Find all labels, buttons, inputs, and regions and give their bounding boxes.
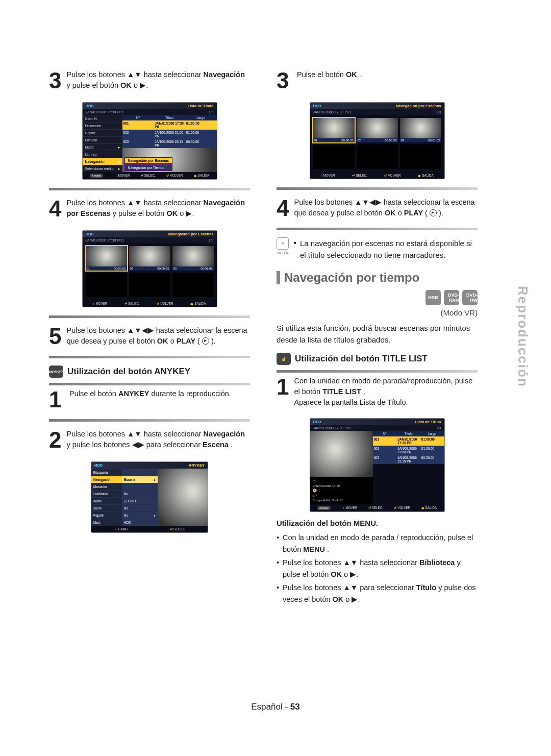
- anykey-badge: Anykey: [90, 174, 103, 178]
- t: Pulse los botones ▲▼ hasta seleccionar: [66, 199, 203, 207]
- t: 1/3: [436, 426, 441, 430]
- td: 001: [373, 436, 397, 446]
- t: PLAY: [404, 209, 423, 217]
- td: 01:00:00: [185, 120, 217, 130]
- n: 01: [87, 267, 90, 270]
- t: HDD: [313, 420, 321, 424]
- f: SALIDA: [425, 506, 437, 509]
- scene-cell: 0100:00:05: [313, 118, 355, 142]
- intro-text: Si utiliza esta función, podrá buscar es…: [277, 322, 478, 346]
- step-number: 1: [49, 388, 64, 411]
- th: Largo: [420, 431, 444, 436]
- th: Nº: [122, 115, 154, 120]
- td: 002: [122, 130, 154, 139]
- step-number: 2: [49, 429, 61, 451]
- scene-cell: 0200:00:35: [357, 118, 398, 142]
- td: JAN/02/2006 21:00 PR: [396, 446, 420, 455]
- step-number: 5: [49, 325, 61, 348]
- td: JAN/03/2006 23:15 PR: [154, 139, 185, 148]
- t: o ▶.: [344, 570, 358, 578]
- bar-icon: [277, 271, 280, 284]
- f: VOLVER: [160, 302, 173, 305]
- play-icon: [202, 337, 209, 345]
- t: ANYKEY: [189, 463, 205, 468]
- osd-anykey-overlay: HDD ANYKEY Búsqueda NavegaciónEscena ▸ M…: [91, 461, 208, 533]
- t: Marcador: [91, 483, 122, 490]
- t: o ▶.: [134, 81, 148, 89]
- t: No: [122, 504, 158, 511]
- t: HDD: [86, 232, 94, 236]
- t: Lista de Título: [415, 420, 441, 424]
- scene-cell: 0100:00:05: [86, 246, 127, 271]
- anykey-icon: ANYKEY: [49, 365, 63, 378]
- t: Utilización del botón ANYKEY: [67, 367, 190, 377]
- note-box: ✎ NOTA La navegación por escenas no esta…: [277, 237, 478, 261]
- anykey-badge: Anykey: [317, 506, 331, 510]
- scene-cell: [400, 144, 441, 169]
- anykey-step-1: 1 Pulse el botón ANYKEY durante la repro…: [49, 388, 250, 411]
- t: y pulse el botón: [113, 209, 167, 217]
- th: Título: [396, 431, 420, 436]
- scene-cell: 0300:01:05: [400, 118, 441, 142]
- td: JAN/01/2006 17:30 PR: [154, 120, 185, 130]
- t: Pulse los botones ▲▼ hasta seleccionar: [283, 558, 419, 567]
- td: 003: [122, 139, 154, 148]
- t: Zoom: [91, 504, 122, 511]
- scene-cell: [172, 273, 214, 297]
- td: 001: [122, 120, 154, 130]
- td: JAN/01/2006 17:30 PR: [396, 436, 420, 446]
- t: JAN/01/2006 17:30 PR1: [86, 238, 124, 242]
- side-tab: Reproducción: [515, 286, 531, 387]
- t: OK: [385, 209, 396, 217]
- n: 00:01:05: [201, 267, 212, 270]
- t: [122, 483, 158, 490]
- submenu-item: Navegación por Escenas: [124, 157, 172, 164]
- t: No: [122, 490, 158, 497]
- tl-step-1: 1 Con la unidad en modo de parada/reprod…: [277, 376, 478, 408]
- td: 01:00:00: [185, 130, 217, 139]
- mi: Seleccionar medio▸: [83, 165, 122, 172]
- t: o ▶.: [180, 209, 194, 217]
- scene-cell: [357, 144, 398, 169]
- t: Pulse los botones ▲▼ hasta seleccionar: [66, 70, 203, 79]
- t: .: [231, 441, 233, 449]
- hdd-icon: HDD: [425, 290, 441, 305]
- t: Pulse el botón: [69, 389, 118, 398]
- t: Escena: [203, 441, 229, 449]
- m: SP: [313, 494, 370, 497]
- osd-sub-date: JAN/01/2006 17:30 PR1: [86, 110, 124, 114]
- t: durante la reproducción.: [151, 389, 231, 398]
- n: 00:00:35: [385, 139, 396, 142]
- step-text: Pulse los botones ▲▼◀▶ hasta seleccionar…: [66, 325, 250, 347]
- step-text: Pulse los botones ▲▼ hasta seleccionar N…: [66, 198, 250, 219]
- t: Navegación: [204, 430, 245, 438]
- t: [122, 469, 158, 476]
- osd-sub-count: 1/3: [209, 110, 214, 114]
- t: y pulse los botones ◀▶ para seleccionar: [66, 441, 203, 449]
- step-number: 3: [277, 69, 292, 92]
- t: Navegación por Escenas: [168, 232, 214, 236]
- td: JAN/03/2006 23:15 PR: [396, 455, 420, 464]
- step-text: Pulse el botón ANYKEY durante la reprodu…: [69, 388, 231, 399]
- f: VOLVER: [170, 174, 183, 177]
- step-number: 4: [277, 197, 289, 220]
- t: OK: [331, 570, 342, 578]
- m: ENE/01/2006 17:30: [313, 484, 370, 487]
- bullet: Pulse los botones ▲▼ hasta seleccionar B…: [277, 557, 478, 580]
- t: OK: [346, 70, 357, 79]
- bullet: Con la unidad en modo de parada / reprod…: [277, 532, 478, 555]
- step-number: 1: [277, 376, 289, 398]
- t: Pulse el botón: [297, 70, 346, 79]
- t: o: [398, 209, 404, 217]
- t: Utilización del botón TITLE LIST: [295, 354, 428, 364]
- t: JAN/01/2006 17:30 PR1: [313, 426, 352, 430]
- osd-hdd: HDD: [86, 104, 94, 108]
- t: Med.: [91, 519, 122, 526]
- anykey-step-2: 2 Pulse los botones ▲▼ hasta seleccionar…: [49, 429, 250, 451]
- f: SELEC.: [372, 506, 383, 509]
- step-text: Pulse los botones ▲▼ hasta seleccionar N…: [66, 69, 250, 91]
- osd-title: Lista de Título: [188, 104, 214, 108]
- osd-title-list: HDDLista de Título JAN/01/2006 17:30 PR1…: [310, 418, 445, 512]
- t: Navegación: [204, 70, 245, 79]
- mode-vr: (Modo VR): [277, 308, 478, 317]
